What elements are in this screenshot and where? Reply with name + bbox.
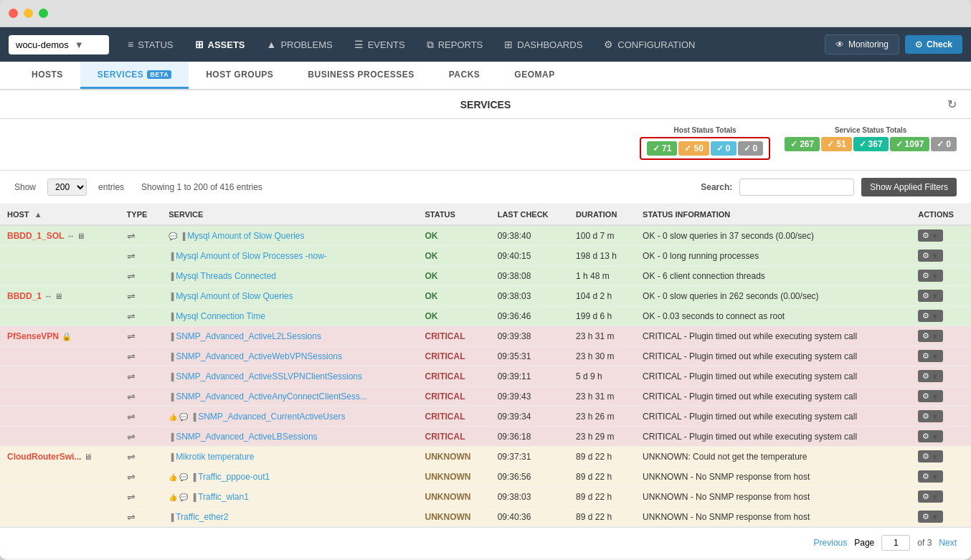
host-count-blue[interactable]: ✓ 0 [711, 141, 736, 156]
entries-select[interactable]: 200 50 100 500 [47, 179, 87, 196]
sub-navigation: HOSTS SERVICES BETA HOST GROUPS BUSINESS… [0, 62, 971, 90]
service-link[interactable]: Traffic_pppoe-out1 [198, 472, 270, 482]
service-link[interactable]: SNMP_Advanced_CurrentActiveUsers [198, 412, 345, 422]
tab-hosts[interactable]: HOSTS [14, 62, 80, 89]
host-link[interactable]: BBDD_1 [7, 291, 42, 301]
page-label: Page [854, 538, 874, 548]
tab-services[interactable]: SERVICES BETA [80, 62, 189, 89]
nav-right: 👁 Monitoring ⊙ Check [825, 34, 962, 54]
nav-item-configuration[interactable]: ⚙ CONFIGURATION [594, 33, 705, 56]
cell-duration: 89 d 22 h [569, 467, 635, 487]
action-button[interactable]: ⚙ ▼ [918, 390, 943, 402]
service-link[interactable]: SNMP_Advanced_ActiveL2LSessions [176, 331, 321, 341]
workspace-selector[interactable]: wocu-demos ▼ [9, 35, 109, 54]
cell-status-info: OK - 6 client connection threads [635, 266, 911, 286]
nav-item-dashboards[interactable]: ⊞ DASHBOARDS [494, 33, 592, 56]
action-button[interactable]: ⚙ ▼ [918, 470, 943, 483]
cell-status-info: CRITICAL - Plugin timed out while execut… [635, 346, 911, 366]
service-link[interactable]: Mysql Amount of Slow Queries [187, 231, 304, 241]
host-count-green[interactable]: ✓ 71 [647, 141, 677, 156]
page-input[interactable] [881, 535, 910, 551]
action-button[interactable]: ⚙ ▼ [918, 350, 943, 362]
configuration-icon: ⚙ [604, 39, 613, 50]
nav-item-problems[interactable]: ▲ PROBLEMS [257, 33, 343, 56]
minimize-button[interactable] [24, 9, 33, 18]
host-link[interactable]: BBDD_1_SOL [7, 231, 64, 241]
svc-count-teal[interactable]: ✓ 367 [853, 137, 889, 151]
dropdown-arrow: ▼ [931, 312, 939, 321]
previous-button[interactable]: Previous [814, 538, 848, 548]
action-button[interactable]: ⚙ ▼ [918, 310, 943, 322]
check-button[interactable]: ⊙ Check [905, 35, 962, 54]
host-link[interactable]: PfSenseVPN [7, 331, 59, 341]
action-button[interactable]: ⚙ ▼ [918, 410, 943, 422]
host-count-orange[interactable]: ✓ 50 [678, 141, 709, 156]
show-filters-button[interactable]: Show Applied Filters [861, 178, 957, 196]
svc-count-green[interactable]: ✓ 267 [785, 137, 820, 151]
nav-item-assets[interactable]: ⊞ ASSETS [185, 33, 255, 56]
action-button[interactable]: ⚙ ▼ [918, 370, 943, 382]
host-link[interactable]: CloudRouterSwi... [7, 452, 81, 462]
service-link[interactable]: SNMP_Advanced_ActiveWebVPNSessions [176, 351, 342, 361]
host-icon: ↔ [44, 292, 52, 300]
events-icon: ☰ [354, 39, 364, 50]
host-counts: ✓ 71 ✓ 50 ✓ 0 ✓ 0 [647, 141, 763, 156]
cell-duration: 1 h 48 m [569, 266, 635, 286]
nav-item-events[interactable]: ☰ EVENTS [344, 33, 415, 56]
close-button[interactable] [9, 9, 18, 18]
service-link[interactable]: Mysql Amount of Slow Processes -now- [176, 251, 327, 261]
refresh-icon[interactable]: ↻ [947, 98, 957, 111]
service-link[interactable]: Mikrotik temperature [176, 452, 254, 462]
service-link[interactable]: Traffic_ether2 [176, 512, 228, 522]
nav-item-reports[interactable]: ⧉ REPORTS [417, 33, 493, 57]
action-button[interactable]: ⚙ ▼ [918, 450, 943, 462]
service-link[interactable]: SNMP_Advanced_ActiveAnyConnectClientSess… [176, 391, 367, 402]
action-button[interactable]: ⚙ ▼ [918, 330, 943, 342]
action-button[interactable]: ⚙ ▼ [918, 250, 943, 262]
search-input[interactable] [739, 179, 854, 196]
dropdown-arrow: ▼ [931, 473, 939, 481]
service-link[interactable]: Mysql Amount of Slow Queries [176, 291, 293, 301]
controls-row: Show 200 50 100 500 entries Showing 1 to… [0, 171, 971, 204]
cell-status: CRITICAL [418, 346, 491, 366]
service-link[interactable]: Traffic_wlan1 [198, 492, 249, 502]
cell-status-info: OK - 0.03 seconds to connect as root [635, 306, 911, 326]
action-button[interactable]: ⚙ ▼ [918, 270, 943, 282]
cell-actions: ⚙ ▼ [911, 246, 971, 266]
service-link[interactable]: Mysql Connection Time [176, 311, 265, 321]
svc-count-gray[interactable]: ✓ 0 [931, 137, 957, 151]
service-link[interactable]: SNMP_Advanced_ActiveSSLVPNClientSessions [176, 371, 362, 381]
svc-count-orange[interactable]: ✓ 51 [821, 137, 851, 151]
action-button[interactable]: ⚙ ▼ [918, 490, 943, 503]
bar-icon: ▐ [169, 333, 176, 341]
tab-packs[interactable]: PACKS [432, 62, 498, 89]
tab-geomap[interactable]: GEOMAP [497, 62, 572, 89]
dropdown-arrow: ▼ [931, 372, 939, 381]
action-button[interactable]: ⚙ ▼ [918, 229, 943, 242]
action-button[interactable]: ⚙ ▼ [918, 511, 943, 523]
cell-last-check: 09:39:43 [491, 386, 569, 407]
tab-host-groups[interactable]: HOST GROUPS [189, 62, 290, 89]
monitoring-button[interactable]: 👁 Monitoring [825, 34, 899, 54]
type-icon: ⇌ [127, 310, 136, 322]
dashboards-icon: ⊞ [504, 39, 513, 50]
svc-count-green2[interactable]: ✓ 1097 [890, 137, 930, 151]
action-button[interactable]: ⚙ ▼ [918, 430, 943, 442]
host-count-gray[interactable]: ✓ 0 [738, 141, 764, 156]
maximize-button[interactable] [39, 9, 48, 18]
nav-item-status[interactable]: ≡ STATUS [118, 33, 184, 56]
col-status-info: Status Information [635, 204, 911, 225]
table-row: ⇌👍💬▐ SNMP_Advanced_CurrentActiveUsersCRI… [0, 407, 971, 427]
service-link[interactable]: Mysql Threads Connected [176, 271, 276, 281]
service-link[interactable]: SNMP_Advanced_ActiveLBSessions [176, 432, 317, 442]
action-button[interactable]: ⚙ ▼ [918, 290, 943, 302]
next-button[interactable]: Next [939, 538, 957, 548]
service-icons: 👍💬 [169, 413, 188, 421]
col-host[interactable]: Host ▲ [0, 204, 120, 225]
bar-icon: ▐ [191, 493, 198, 501]
tab-business-processes[interactable]: BUSINESS PROCESSES [290, 62, 431, 89]
host-status-label: Host Status Totals [640, 126, 770, 134]
bar-icon: ▐ [169, 353, 176, 361]
host-icon: 🖥 [55, 292, 62, 300]
cell-service: ▐ SNMP_Advanced_ActiveWebVPNSessions [161, 346, 417, 366]
